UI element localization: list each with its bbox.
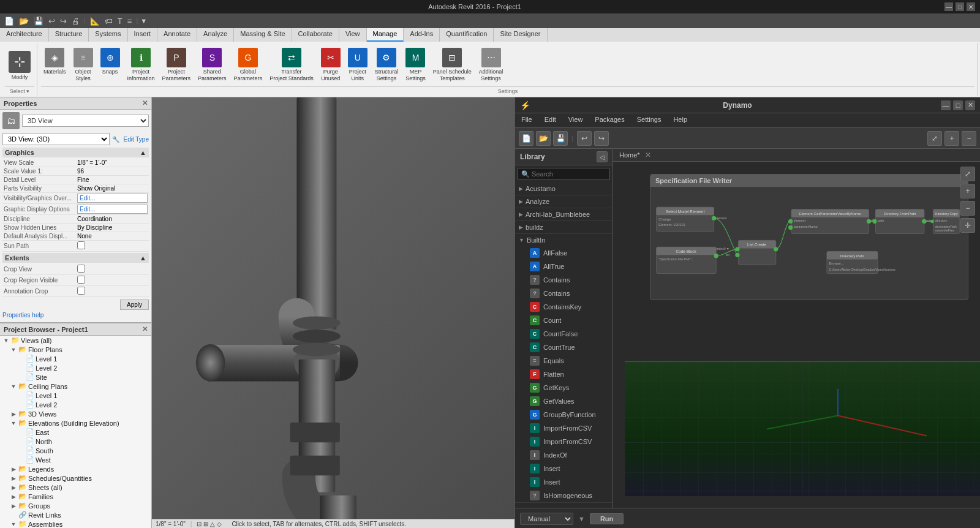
tab-insert[interactable]: Insert: [128, 28, 158, 42]
tree-legends[interactable]: ▶ 📂 Legends: [0, 464, 151, 473]
tree-schedules[interactable]: ▶ 📂 Schedules/Quantities: [0, 473, 151, 483]
lib-item-countfalse[interactable]: C CountFalse: [515, 327, 612, 341]
extents-section-header[interactable]: Extents ▲: [2, 253, 149, 263]
tab-collaborate[interactable]: Collaborate: [292, 28, 339, 42]
additional-settings-button[interactable]: ⋯ AdditionalSettings: [477, 47, 506, 83]
dyn-undo-button[interactable]: ↩: [577, 131, 592, 146]
tab-addins[interactable]: Add-Ins: [404, 28, 440, 42]
tab-annotate[interactable]: Annotate: [157, 28, 197, 42]
vis-graphics-value[interactable]: Edit...: [77, 194, 148, 203]
graphic-display-value[interactable]: Edit...: [77, 205, 148, 214]
menu-settings[interactable]: Settings: [631, 113, 668, 127]
canvas-zoom-in-button[interactable]: +: [960, 184, 975, 198]
shared-parameters-button[interactable]: S SharedParameters: [195, 47, 229, 83]
project-info-button[interactable]: ℹ ProjectInformation: [125, 47, 157, 83]
home-tab-label[interactable]: Home*: [619, 151, 640, 159]
new-button[interactable]: 📄: [2, 15, 16, 27]
project-parameters-button[interactable]: P ProjectParameters: [160, 47, 194, 83]
lib-item-insert-2[interactable]: I Insert: [515, 475, 612, 489]
menu-packages[interactable]: Packages: [589, 113, 630, 127]
lib-builtin-header[interactable]: ▼ BuiltIn: [515, 234, 612, 246]
tab-manage[interactable]: Manage: [367, 28, 404, 42]
edit-type-link[interactable]: Edit Type: [123, 136, 149, 143]
mep-settings-button[interactable]: M MEPSettings: [403, 47, 428, 83]
menu-help[interactable]: Help: [667, 113, 693, 127]
maximize-button[interactable]: □: [956, 2, 964, 11]
panel-schedule-button[interactable]: ⊟ Panel ScheduleTemplates: [431, 47, 474, 83]
lib-item-insert-1[interactable]: I Insert: [515, 462, 612, 475]
object-styles-button[interactable]: ≡ ObjectStyles: [71, 47, 96, 83]
apply-button[interactable]: Apply: [120, 300, 149, 310]
tree-3d-views[interactable]: ▶ 📂 3D Views: [0, 409, 151, 418]
lib-item-containskey[interactable]: C ContainsKey: [515, 300, 612, 314]
views-all-toggle[interactable]: ▼: [2, 338, 10, 344]
tree-floor-level1[interactable]: 📄 Level 1: [0, 354, 151, 363]
measure-button[interactable]: 📐: [88, 15, 102, 27]
browser-close-icon[interactable]: ✕: [142, 325, 148, 333]
run-button[interactable]: Run: [590, 513, 624, 524]
lib-buildz-header[interactable]: ▶ buildz: [515, 221, 612, 233]
snaps-button[interactable]: ⊕ Snaps: [98, 47, 123, 77]
dyn-open-button[interactable]: 📂: [536, 131, 551, 146]
run-mode-select[interactable]: Manual Automatic Periodic: [520, 513, 573, 525]
canvas-zoom-out-button[interactable]: −: [960, 201, 975, 216]
dynamo-maximize-button[interactable]: □: [953, 100, 963, 110]
lib-item-flatten[interactable]: F Flatten: [515, 368, 612, 381]
canvas-area[interactable]: ⤢ + − ✛ Specification File Writer: [613, 162, 980, 508]
app-menu-arrow[interactable]: ▼: [140, 17, 147, 25]
print-button[interactable]: 🖨: [70, 15, 81, 27]
save-button[interactable]: 💾: [32, 15, 45, 27]
tab-quantification[interactable]: Quantification: [440, 28, 494, 42]
tree-assemblies[interactable]: ▼ 📁 Assemblies: [0, 519, 151, 528]
dyn-redo-button[interactable]: ↪: [594, 131, 609, 146]
purge-unused-button[interactable]: ✂ PurgeUnused: [318, 47, 343, 83]
dyn-new-button[interactable]: 📄: [519, 131, 533, 146]
tree-floor-site[interactable]: 📄 Site: [0, 372, 151, 382]
floor-plans-toggle[interactable]: ▼: [10, 347, 17, 353]
home-tab-close-icon[interactable]: ✕: [645, 151, 651, 159]
tab-systems[interactable]: Systems: [89, 28, 127, 42]
lib-acustamo-header[interactable]: ▶ Acustamo: [515, 183, 612, 195]
tree-floor-level2[interactable]: 📄 Level 2: [0, 363, 151, 372]
open-button[interactable]: 📂: [17, 15, 31, 27]
tree-views-all[interactable]: ▼ 📁 Views (all): [0, 336, 151, 345]
modify-button[interactable]: ⊹ Modify: [5, 48, 34, 83]
tree-north[interactable]: 📄 North: [0, 437, 151, 446]
lib-item-ishomogeneous[interactable]: ? IsHomogeneous: [515, 489, 612, 502]
lib-item-contains-1[interactable]: ? Contains: [515, 273, 612, 287]
crop-view-checkbox[interactable]: [77, 265, 85, 273]
lib-item-getvalues[interactable]: G GetValues: [515, 394, 612, 408]
tree-sheets[interactable]: ▶ 📂 Sheets (all): [0, 483, 151, 492]
lib-item-importfromcsv-2[interactable]: I ImportFromCSV: [515, 435, 612, 448]
tab-view[interactable]: View: [339, 28, 367, 42]
canvas-pan-button[interactable]: ✛: [960, 218, 975, 233]
annotation-crop-checkbox[interactable]: [77, 287, 85, 295]
text-button[interactable]: T: [116, 15, 124, 27]
lib-item-getkeys[interactable]: G GetKeys: [515, 381, 612, 394]
dyn-save-button[interactable]: 💾: [553, 131, 568, 146]
lib-item-equals[interactable]: = Equals: [515, 354, 612, 368]
dyn-zoom-fit-button[interactable]: ⤢: [927, 131, 942, 146]
tab-structure[interactable]: Structure: [49, 28, 89, 42]
lib-item-indexof[interactable]: I IndexOf: [515, 448, 612, 462]
redo-button[interactable]: ↪: [58, 15, 69, 27]
undo-button[interactable]: ↩: [47, 15, 57, 27]
align-button[interactable]: ≡: [126, 15, 134, 27]
collapse-extents-icon[interactable]: ▲: [140, 254, 146, 262]
tree-floor-plans[interactable]: ▼ 📂 Floor Plans: [0, 345, 151, 354]
lib-item-counttrue[interactable]: C CountTrue: [515, 341, 612, 354]
menu-edit[interactable]: Edit: [538, 113, 562, 127]
dynamo-window-controls[interactable]: — □ ✕: [941, 100, 975, 110]
library-collapse-button[interactable]: ◁: [597, 151, 608, 162]
tab-architecture[interactable]: Architecture: [0, 28, 49, 42]
tree-south[interactable]: 📄 South: [0, 446, 151, 455]
graphics-section-header[interactable]: Graphics ▲: [2, 148, 149, 157]
dynamo-minimize-button[interactable]: —: [941, 100, 951, 110]
tree-ceiling-plans[interactable]: ▼ 📂 Ceiling Plans: [0, 382, 151, 391]
crop-region-checkbox[interactable]: [77, 276, 85, 284]
tab-massing[interactable]: Massing & Site: [234, 28, 292, 42]
dyn-zoom-in-button[interactable]: +: [944, 131, 959, 146]
lib-item-contains-2[interactable]: ? Contains: [515, 287, 612, 300]
lib-item-alltrue[interactable]: A AllTrue: [515, 260, 612, 273]
close-button[interactable]: ✕: [967, 2, 975, 11]
